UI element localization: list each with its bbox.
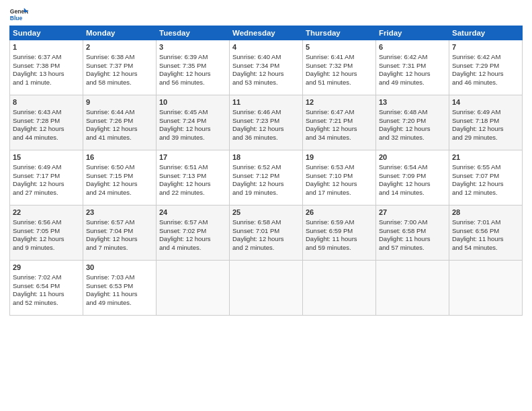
cell-info: Sunrise: 7:01 AMSunset: 6:56 PMDaylight:… bbox=[452, 218, 504, 251]
calendar-cell: 30Sunrise: 7:03 AMSunset: 6:53 PMDayligh… bbox=[83, 261, 157, 316]
calendar-cell: 21Sunrise: 6:55 AMSunset: 7:07 PMDayligh… bbox=[449, 150, 523, 205]
calendar-cell: 18Sunrise: 6:52 AMSunset: 7:12 PMDayligh… bbox=[230, 150, 303, 205]
calendar-cell bbox=[449, 261, 523, 316]
calendar-cell: 4Sunrise: 6:40 AMSunset: 7:34 PMDaylight… bbox=[230, 40, 303, 95]
week-row-1: 1Sunrise: 6:37 AMSunset: 7:38 PMDaylight… bbox=[10, 40, 523, 95]
calendar-cell: 29Sunrise: 7:02 AMSunset: 6:54 PMDayligh… bbox=[10, 261, 83, 316]
calendar-cell: 14Sunrise: 6:49 AMSunset: 7:18 PMDayligh… bbox=[449, 95, 523, 150]
calendar-cell: 6Sunrise: 6:42 AMSunset: 7:31 PMDaylight… bbox=[376, 40, 449, 95]
logo: General Blue bbox=[9, 7, 30, 21]
calendar-cell: 11Sunrise: 6:46 AMSunset: 7:23 PMDayligh… bbox=[230, 95, 303, 150]
calendar-cell: 23Sunrise: 6:57 AMSunset: 7:04 PMDayligh… bbox=[83, 205, 157, 261]
calendar-cell: 20Sunrise: 6:54 AMSunset: 7:09 PMDayligh… bbox=[376, 150, 449, 205]
cell-info: Sunrise: 6:40 AMSunset: 7:34 PMDaylight:… bbox=[232, 53, 284, 86]
week-row-4: 22Sunrise: 6:56 AMSunset: 7:05 PMDayligh… bbox=[10, 205, 523, 261]
cell-info: Sunrise: 6:58 AMSunset: 7:01 PMDaylight:… bbox=[232, 218, 284, 251]
cell-info: Sunrise: 6:55 AMSunset: 7:07 PMDaylight:… bbox=[452, 163, 504, 196]
calendar-cell: 17Sunrise: 6:51 AMSunset: 7:13 PMDayligh… bbox=[157, 150, 230, 205]
cell-info: Sunrise: 7:00 AMSunset: 6:58 PMDaylight:… bbox=[379, 218, 431, 251]
header: General Blue bbox=[9, 7, 523, 21]
calendar-cell bbox=[376, 261, 449, 316]
day-number: 27 bbox=[379, 208, 446, 218]
col-header-wednesday: Wednesday bbox=[230, 26, 303, 40]
day-number: 14 bbox=[452, 97, 519, 107]
day-number: 2 bbox=[86, 42, 153, 52]
col-header-thursday: Thursday bbox=[303, 26, 376, 40]
day-number: 17 bbox=[159, 152, 226, 163]
cell-info: Sunrise: 6:46 AMSunset: 7:23 PMDaylight:… bbox=[232, 108, 284, 141]
day-number: 6 bbox=[379, 42, 446, 52]
calendar-cell: 7Sunrise: 6:42 AMSunset: 7:29 PMDaylight… bbox=[449, 40, 523, 95]
cell-info: Sunrise: 6:42 AMSunset: 7:29 PMDaylight:… bbox=[452, 53, 504, 86]
cell-info: Sunrise: 6:42 AMSunset: 7:31 PMDaylight:… bbox=[379, 53, 431, 86]
day-number: 30 bbox=[86, 263, 153, 273]
calendar-cell: 24Sunrise: 6:57 AMSunset: 7:02 PMDayligh… bbox=[157, 205, 230, 261]
col-header-saturday: Saturday bbox=[449, 26, 523, 40]
day-number: 23 bbox=[86, 208, 153, 218]
calendar-cell: 12Sunrise: 6:47 AMSunset: 7:21 PMDayligh… bbox=[303, 95, 376, 150]
day-number: 15 bbox=[13, 152, 80, 163]
day-number: 21 bbox=[452, 152, 519, 163]
cell-info: Sunrise: 6:37 AMSunset: 7:38 PMDaylight:… bbox=[13, 53, 64, 86]
day-number: 4 bbox=[232, 42, 300, 52]
cell-info: Sunrise: 6:38 AMSunset: 7:37 PMDaylight:… bbox=[86, 53, 138, 86]
logo-icon: General Blue bbox=[9, 7, 28, 21]
calendar-cell bbox=[157, 261, 230, 316]
cell-info: Sunrise: 6:52 AMSunset: 7:12 PMDaylight:… bbox=[232, 163, 284, 196]
day-number: 20 bbox=[379, 152, 446, 163]
day-number: 3 bbox=[159, 42, 226, 52]
header-row: SundayMondayTuesdayWednesdayThursdayFrid… bbox=[10, 26, 523, 40]
day-number: 18 bbox=[232, 152, 300, 163]
calendar-cell: 26Sunrise: 6:59 AMSunset: 6:59 PMDayligh… bbox=[303, 205, 376, 261]
cell-info: Sunrise: 6:50 AMSunset: 7:15 PMDaylight:… bbox=[86, 163, 138, 196]
day-number: 8 bbox=[13, 97, 80, 107]
cell-info: Sunrise: 6:43 AMSunset: 7:28 PMDaylight:… bbox=[13, 108, 64, 141]
day-number: 1 bbox=[13, 42, 80, 52]
day-number: 22 bbox=[13, 208, 80, 218]
day-number: 13 bbox=[379, 97, 446, 107]
calendar-cell: 9Sunrise: 6:44 AMSunset: 7:26 PMDaylight… bbox=[83, 95, 157, 150]
cell-info: Sunrise: 7:03 AMSunset: 6:53 PMDaylight:… bbox=[86, 273, 138, 306]
cell-info: Sunrise: 6:45 AMSunset: 7:24 PMDaylight:… bbox=[159, 108, 211, 141]
calendar-cell: 2Sunrise: 6:38 AMSunset: 7:37 PMDaylight… bbox=[83, 40, 157, 95]
day-number: 25 bbox=[232, 208, 300, 218]
week-row-2: 8Sunrise: 6:43 AMSunset: 7:28 PMDaylight… bbox=[10, 95, 523, 150]
cell-info: Sunrise: 7:02 AMSunset: 6:54 PMDaylight:… bbox=[13, 273, 64, 306]
cell-info: Sunrise: 6:41 AMSunset: 7:32 PMDaylight:… bbox=[306, 53, 357, 86]
cell-info: Sunrise: 6:59 AMSunset: 6:59 PMDaylight:… bbox=[306, 218, 357, 251]
day-number: 28 bbox=[452, 208, 519, 218]
col-header-monday: Monday bbox=[83, 26, 157, 40]
week-row-3: 15Sunrise: 6:49 AMSunset: 7:17 PMDayligh… bbox=[10, 150, 523, 205]
col-header-friday: Friday bbox=[376, 26, 449, 40]
day-number: 29 bbox=[13, 263, 80, 273]
calendar-cell: 10Sunrise: 6:45 AMSunset: 7:24 PMDayligh… bbox=[157, 95, 230, 150]
cell-info: Sunrise: 6:49 AMSunset: 7:18 PMDaylight:… bbox=[452, 108, 504, 141]
day-number: 9 bbox=[86, 97, 153, 107]
day-number: 16 bbox=[86, 152, 153, 163]
cell-info: Sunrise: 6:54 AMSunset: 7:09 PMDaylight:… bbox=[379, 163, 431, 196]
cell-info: Sunrise: 6:48 AMSunset: 7:20 PMDaylight:… bbox=[379, 108, 431, 141]
calendar-cell bbox=[230, 261, 303, 316]
cell-info: Sunrise: 6:44 AMSunset: 7:26 PMDaylight:… bbox=[86, 108, 138, 141]
calendar-cell: 25Sunrise: 6:58 AMSunset: 7:01 PMDayligh… bbox=[230, 205, 303, 261]
calendar-cell: 13Sunrise: 6:48 AMSunset: 7:20 PMDayligh… bbox=[376, 95, 449, 150]
day-number: 7 bbox=[452, 42, 519, 52]
day-number: 24 bbox=[159, 208, 226, 218]
cell-info: Sunrise: 6:57 AMSunset: 7:04 PMDaylight:… bbox=[86, 218, 138, 251]
calendar-cell bbox=[303, 261, 376, 316]
page: General Blue SundayMondayTuesdayWednesda… bbox=[0, 0, 532, 411]
cell-info: Sunrise: 6:56 AMSunset: 7:05 PMDaylight:… bbox=[13, 218, 64, 251]
day-number: 12 bbox=[306, 97, 373, 107]
day-number: 11 bbox=[232, 97, 300, 107]
calendar-cell: 8Sunrise: 6:43 AMSunset: 7:28 PMDaylight… bbox=[10, 95, 83, 150]
calendar-table: SundayMondayTuesdayWednesdayThursdayFrid… bbox=[9, 26, 523, 316]
col-header-sunday: Sunday bbox=[10, 26, 83, 40]
col-header-tuesday: Tuesday bbox=[157, 26, 230, 40]
day-number: 5 bbox=[306, 42, 373, 52]
cell-info: Sunrise: 6:51 AMSunset: 7:13 PMDaylight:… bbox=[159, 163, 211, 196]
day-number: 26 bbox=[306, 208, 373, 218]
calendar-cell: 27Sunrise: 7:00 AMSunset: 6:58 PMDayligh… bbox=[376, 205, 449, 261]
cell-info: Sunrise: 6:53 AMSunset: 7:10 PMDaylight:… bbox=[306, 163, 357, 196]
calendar-cell: 22Sunrise: 6:56 AMSunset: 7:05 PMDayligh… bbox=[10, 205, 83, 261]
cell-info: Sunrise: 6:39 AMSunset: 7:35 PMDaylight:… bbox=[159, 53, 211, 86]
